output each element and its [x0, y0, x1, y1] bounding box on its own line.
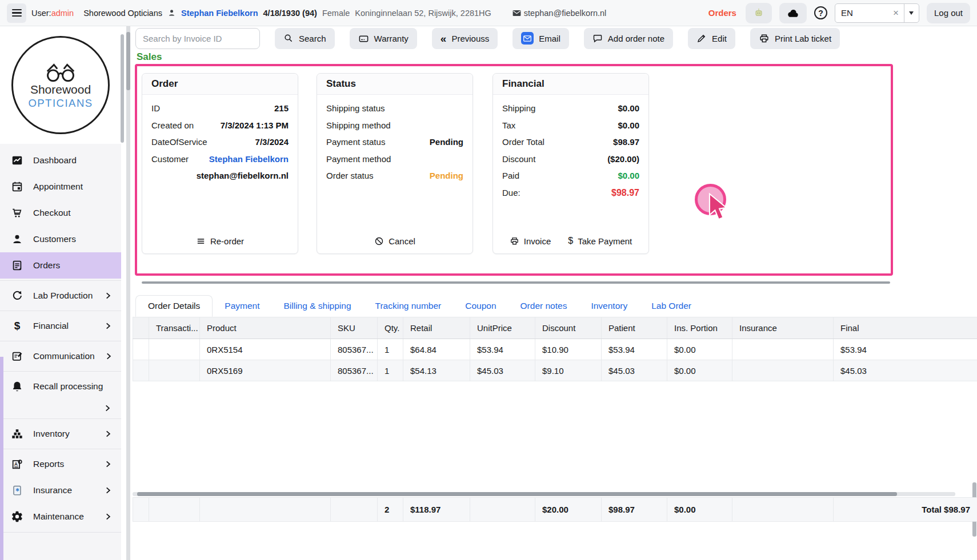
chevron-right-icon	[104, 486, 112, 494]
total-qty: 2	[378, 498, 403, 522]
tab-order-details[interactable]: Order Details	[135, 295, 213, 317]
email-button[interactable]: Email	[512, 28, 569, 49]
glasses-icon	[44, 61, 77, 82]
logo-area: Shorewood OPTICIANS	[0, 26, 121, 144]
sidebar-scrollbar-thumb[interactable]	[121, 34, 124, 143]
print-lab-ticket-button[interactable]: Print Lab ticket	[750, 28, 840, 49]
column-header-ins-portion[interactable]: Ins. Portion	[667, 317, 732, 339]
total-cell	[331, 498, 378, 522]
sidebar-item-expand[interactable]	[0, 400, 121, 417]
printer-icon	[510, 236, 519, 246]
sidebar-item-checkout[interactable]: Checkout	[0, 200, 121, 226]
customer-link[interactable]: Stephan Fiebelkorn	[209, 154, 289, 164]
add-order-note-button[interactable]: Add order note	[584, 28, 673, 49]
warranty-button[interactable]: Warranty	[350, 28, 417, 49]
language-select[interactable]: EN ×	[835, 3, 919, 23]
sidebar-item-communication[interactable]: Communication	[0, 343, 121, 369]
sidebar-item-label: Communication	[33, 351, 95, 361]
sidebar-item-inventory[interactable]: Inventory	[0, 421, 121, 447]
tab-order-notes[interactable]: Order notes	[508, 295, 579, 317]
gear-icon	[11, 510, 23, 523]
logout-button[interactable]: Log out	[927, 3, 970, 23]
column-header-qty[interactable]: Qty.	[378, 317, 403, 339]
cart-icon	[11, 207, 23, 219]
sidebar-item-reports[interactable]: A Reports	[0, 451, 121, 477]
search-input[interactable]	[135, 28, 260, 49]
sidebar-item-orders[interactable]: Orders	[0, 252, 121, 279]
sidebar-item-dashboard[interactable]: Dashboard	[0, 147, 121, 174]
sidebar-item-maintenance[interactable]: Maintenance	[0, 503, 121, 530]
edit-button[interactable]: Edit	[688, 28, 735, 49]
cell	[133, 360, 149, 381]
tab-payment[interactable]: Payment	[213, 295, 271, 317]
svg-text:A: A	[14, 462, 18, 467]
sidebar-item-insurance[interactable]: ✱ Insurance	[0, 477, 121, 503]
search-button[interactable]: Search	[275, 28, 335, 49]
order-toolbar: Search Warranty « Previouss Email Add or…	[135, 27, 840, 49]
content-scrollbar-thumb[interactable]	[126, 32, 130, 90]
dollar-icon: $	[11, 320, 23, 332]
column-header-product[interactable]: Product	[200, 317, 331, 339]
column-header-discount[interactable]: Discount	[535, 317, 602, 339]
column-header-final[interactable]: Final	[834, 317, 977, 339]
tab-billing-shipping[interactable]: Billing & shipping	[271, 295, 363, 317]
previous-button[interactable]: « Previouss	[432, 28, 498, 49]
field-label: Customer	[151, 154, 189, 164]
column-header-insurance[interactable]: Insurance	[732, 317, 834, 339]
order-list-icon	[11, 259, 23, 272]
sidebar-item-financial[interactable]: $ Financial	[0, 313, 121, 339]
table-row[interactable]: 0RX5154 805367... 1 $64.84 $53.94 $10.90…	[133, 339, 977, 360]
column-header-sku[interactable]: SKU	[331, 317, 378, 339]
reorder-icon	[196, 236, 206, 246]
tax-row: Tax $0.00	[502, 120, 639, 138]
cell-unitprice: $45.03	[470, 360, 535, 381]
column-header-unitprice[interactable]: UnitPrice	[470, 317, 535, 339]
sidebar-item-customers[interactable]: Customers	[0, 226, 121, 252]
dollar-icon: $	[568, 236, 573, 246]
grand-total: Total $98.97	[834, 498, 977, 522]
warranty-card-icon	[358, 33, 369, 44]
field-label: DateOfService	[151, 137, 207, 147]
take-payment-button[interactable]: $ Take Payment	[568, 236, 632, 246]
tab-coupon[interactable]: Coupon	[453, 295, 508, 317]
cell-qty: 1	[378, 339, 403, 360]
horizontal-scrollbar-thumb[interactable]	[137, 492, 897, 496]
field-label: Shipping method	[326, 120, 391, 130]
patient-name-link[interactable]: Stephan Fiebelkorn	[181, 9, 258, 18]
menu-button[interactable]	[7, 3, 26, 23]
sidebar-item-label: Recall processing	[33, 381, 112, 392]
tab-tracking-number[interactable]: Tracking number	[363, 295, 454, 317]
table-row[interactable]: 0RX5169 805367... 1 $54.13 $45.03 $9.10 …	[133, 360, 977, 381]
cell	[133, 339, 149, 360]
cloud-button[interactable]	[779, 3, 807, 23]
cell-final: $45.03	[834, 360, 977, 381]
column-header-retail[interactable]: Retail	[403, 317, 470, 339]
tab-inventory[interactable]: Inventory	[579, 295, 639, 317]
language-dropdown-button[interactable]	[904, 4, 919, 22]
field-label: Shipping status	[326, 103, 385, 113]
sidebar-item-recall-processing[interactable]: Recall processing	[0, 373, 121, 400]
help-button[interactable]: ?	[814, 6, 827, 19]
sidebar-item-label: Inventory	[33, 429, 94, 439]
cancel-button[interactable]: Cancel	[374, 236, 415, 246]
cell-unitprice: $53.94	[470, 339, 535, 360]
cell-ins-portion: $0.00	[667, 339, 732, 360]
cell-sku: 805367...	[331, 339, 378, 360]
invoice-button[interactable]: Invoice	[510, 236, 551, 246]
cell-final: $53.94	[834, 339, 977, 360]
compose-icon	[11, 350, 23, 362]
column-header-select[interactable]	[133, 317, 149, 339]
person-icon	[11, 233, 23, 245]
tab-lab-order[interactable]: Lab Order	[639, 295, 703, 317]
clear-language-icon[interactable]: ×	[888, 7, 904, 19]
column-header-transaction[interactable]: Transacti...	[149, 317, 200, 339]
assistant-button[interactable]	[746, 3, 772, 23]
logo-line2: OPTICIANS	[28, 97, 93, 110]
column-header-patient[interactable]: Patient	[602, 317, 667, 339]
customer-email-row: stephan@fiebelkorn.nl	[151, 171, 289, 188]
due-value: $98.97	[611, 188, 639, 198]
sidebar-item-lab-production[interactable]: Lab Production	[0, 283, 121, 309]
reorder-button[interactable]: Re-order	[196, 236, 244, 246]
sidebar-item-appointment[interactable]: Appointment	[0, 174, 121, 200]
payment-status-row: Payment status Pending	[326, 137, 463, 154]
